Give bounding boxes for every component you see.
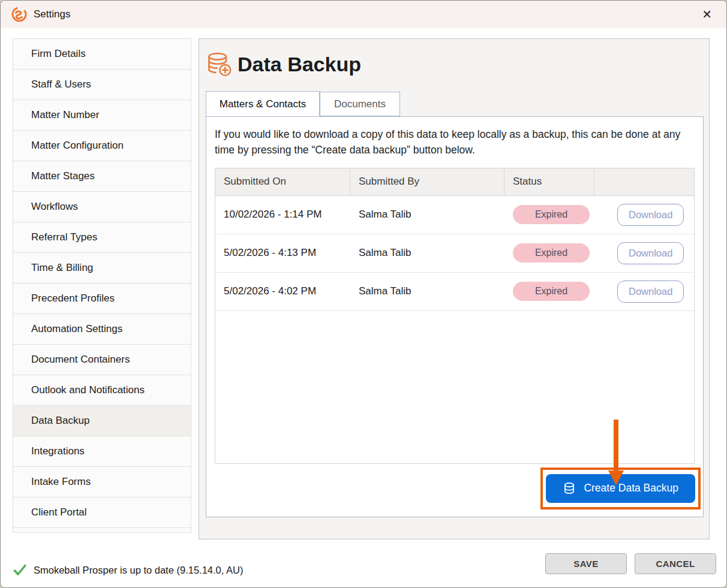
save-button[interactable]: SAVE bbox=[545, 553, 627, 574]
table-row: 5/02/2026 - 4:13 PM Salma Talib Expired … bbox=[215, 234, 694, 273]
sidebar-item-workflows[interactable]: Workflows bbox=[13, 191, 191, 222]
sidebar-item-matter-number[interactable]: Matter Number bbox=[13, 99, 191, 131]
page-header: Data Backup bbox=[206, 51, 361, 77]
sidebar-item-data-backup[interactable]: Data Backup bbox=[13, 405, 191, 436]
sidebar-item-label: Referral Types bbox=[31, 231, 97, 243]
annotation-highlight-box: Create Data Backup bbox=[540, 468, 701, 509]
sidebar-item-document-containers[interactable]: Document Containers bbox=[13, 344, 191, 375]
submitted-on-value: 10/02/2026 - 1:14 PM bbox=[215, 209, 350, 221]
submitted-on-value: 5/02/2026 - 4:13 PM bbox=[215, 247, 350, 259]
table-header: Submitted On Submitted By Status bbox=[215, 168, 694, 196]
download-button[interactable]: Download bbox=[617, 242, 684, 264]
table-row: 5/02/2026 - 4:02 PM Salma Talib Expired … bbox=[215, 273, 694, 311]
sidebar-item-time-billing[interactable]: Time & Billing bbox=[13, 252, 191, 284]
data-backup-panel: Data Backup Matters & Contacts Documents… bbox=[199, 38, 710, 539]
status-badge: Expired bbox=[513, 205, 590, 224]
submitted-by-value: Salma Talib bbox=[350, 209, 504, 221]
status-badge: Expired bbox=[513, 243, 590, 263]
cancel-button[interactable]: CANCEL bbox=[635, 553, 716, 574]
sidebar-item-client-portal[interactable]: Client Portal bbox=[13, 497, 191, 528]
submitted-on-value: 5/02/2026 - 4:02 PM bbox=[215, 285, 350, 297]
title-bar: Settings ✕ bbox=[1, 1, 726, 28]
sidebar-item-precedent-profiles[interactable]: Precedent Profiles bbox=[13, 283, 191, 314]
status-text: Smokeball Prosper is up to date (9.15.14… bbox=[34, 565, 243, 576]
tab-matters-contacts[interactable]: Matters & Contacts bbox=[206, 91, 320, 116]
sidebar-item-label: Outlook and Notifications bbox=[31, 384, 145, 396]
backup-description: If you would like to download a copy of … bbox=[215, 126, 683, 158]
page-title: Data Backup bbox=[238, 53, 361, 76]
window-title: Settings bbox=[34, 8, 70, 20]
table-row: 10/02/2026 - 1:14 PM Salma Talib Expired… bbox=[215, 196, 694, 234]
database-icon bbox=[563, 482, 576, 495]
column-header-submitted-by[interactable]: Submitted By bbox=[350, 168, 504, 195]
tab-bar: Matters & Contacts Documents bbox=[206, 92, 400, 116]
column-header-actions bbox=[594, 168, 694, 195]
submitted-by-value: Salma Talib bbox=[350, 247, 504, 259]
sidebar-item-label: Document Containers bbox=[31, 354, 130, 366]
sidebar-item-referral-types[interactable]: Referral Types bbox=[13, 222, 191, 253]
sidebar-item-outlook-notifications[interactable]: Outlook and Notifications bbox=[13, 375, 191, 406]
submitted-by-value: Salma Talib bbox=[350, 285, 504, 297]
create-button-label: Create Data Backup bbox=[584, 482, 678, 494]
sidebar-item-label: Intake Forms bbox=[31, 476, 91, 488]
sidebar-item-label: Firm Details bbox=[31, 48, 86, 60]
create-button-row: Create Data Backup bbox=[215, 468, 701, 509]
update-status: Smokeball Prosper is up to date (9.15.14… bbox=[13, 563, 243, 577]
sidebar-item-label: Matter Number bbox=[31, 109, 99, 121]
sidebar-item-label: Integrations bbox=[31, 445, 85, 457]
sidebar-item-intake-forms[interactable]: Intake Forms bbox=[13, 466, 191, 497]
column-header-submitted-on[interactable]: Submitted On bbox=[215, 168, 350, 195]
column-header-status[interactable]: Status bbox=[504, 168, 594, 195]
tab-label: Documents bbox=[334, 98, 386, 110]
sidebar-item-matter-stages[interactable]: Matter Stages bbox=[13, 161, 191, 192]
sidebar-item-label: Precedent Profiles bbox=[31, 293, 115, 304]
backup-table: Submitted On Submitted By Status 10/02/2… bbox=[215, 168, 695, 464]
tab-label: Matters & Contacts bbox=[220, 98, 307, 110]
sidebar-item-label: Matter Configuration bbox=[31, 140, 124, 152]
status-badge: Expired bbox=[513, 282, 590, 301]
tab-documents[interactable]: Documents bbox=[320, 92, 400, 116]
sidebar-item-integrations[interactable]: Integrations bbox=[13, 436, 191, 467]
download-button[interactable]: Download bbox=[617, 204, 684, 226]
sidebar-item-label: Staff & Users bbox=[31, 79, 91, 91]
sidebar-item-firm-details[interactable]: Firm Details bbox=[13, 38, 191, 70]
check-icon bbox=[13, 563, 27, 577]
create-data-backup-button[interactable]: Create Data Backup bbox=[546, 474, 695, 503]
sidebar-item-label: Time & Billing bbox=[31, 262, 93, 274]
sidebar-item-staff-users[interactable]: Staff & Users bbox=[13, 69, 191, 100]
close-icon[interactable]: ✕ bbox=[698, 7, 716, 22]
sidebar-item-clipped[interactable] bbox=[13, 527, 191, 533]
settings-window: Settings ✕ Firm Details Staff & Users Ma… bbox=[0, 0, 727, 588]
download-button[interactable]: Download bbox=[617, 281, 684, 303]
sidebar-item-label: Data Backup bbox=[31, 415, 89, 427]
footer-buttons: SAVE CANCEL bbox=[545, 553, 716, 574]
sidebar-item-label: Client Portal bbox=[31, 506, 87, 518]
sidebar-item-automation-settings[interactable]: Automation Settings bbox=[13, 313, 191, 345]
sidebar-item-label: Automation Settings bbox=[31, 323, 122, 335]
tab-content: If you would like to download a copy of … bbox=[206, 116, 704, 517]
sidebar-item-matter-configuration[interactable]: Matter Configuration bbox=[13, 130, 191, 161]
sidebar-item-label: Workflows bbox=[31, 201, 78, 213]
smokeball-logo-icon bbox=[11, 7, 27, 22]
sidebar-item-label: Matter Stages bbox=[31, 170, 95, 182]
database-add-icon bbox=[206, 51, 233, 77]
settings-sidebar: Firm Details Staff & Users Matter Number… bbox=[13, 38, 191, 541]
